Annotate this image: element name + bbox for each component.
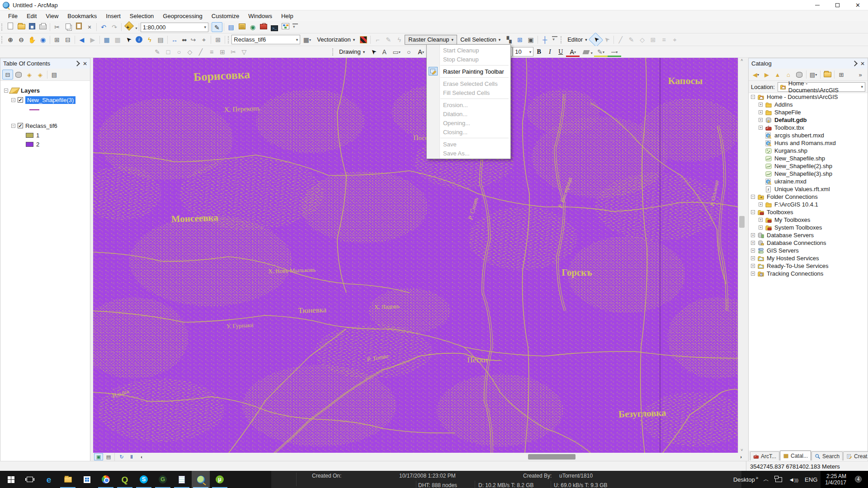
map-vertical-scrollbar[interactable]: ˄ ˅ [738, 58, 745, 453]
collapse-icon[interactable]: − [11, 124, 15, 128]
tree-view-icon[interactable]: ⊞ [836, 70, 847, 80]
layout-view-button[interactable]: ▤ [104, 453, 113, 460]
html-popup-icon[interactable]: ▤ [155, 35, 166, 45]
measure-icon[interactable]: ↔ [169, 35, 180, 45]
close-panel-icon[interactable]: ✕ [860, 61, 865, 67]
toc-layers-row[interactable]: − Layers [4, 86, 40, 94]
line-tool-gray-icon[interactable]: ╱ [195, 47, 206, 57]
bold-button[interactable]: B [533, 47, 544, 57]
show-hidden-icons-icon[interactable]: ︿ [763, 475, 769, 483]
refresh-view-icon[interactable]: ↻ [117, 453, 126, 460]
catalog-item-toolboxes[interactable]: −Toolboxes [749, 208, 868, 216]
data-view-button[interactable]: ▣ [94, 453, 103, 460]
collapse-icon[interactable]: − [4, 89, 8, 93]
midpoint-tool-icon[interactable]: ◇ [184, 47, 195, 57]
circle-shape-icon[interactable]: ○ [403, 47, 414, 57]
raster-snapping-icon[interactable]: ▦▾ [300, 35, 314, 45]
forward-extent-icon[interactable]: ▶ [87, 35, 98, 45]
menu-customize[interactable]: Customize [207, 11, 244, 21]
catalog-item-kurgans-shp[interactable]: Kurgans.shp [749, 147, 868, 155]
expand-icon[interactable]: + [759, 103, 763, 107]
menu-item-raster-painting-toolbar[interactable]: Raster Painting Toolbar [427, 67, 510, 76]
toolbar-overflow-icon[interactable]: » [855, 70, 866, 80]
hyperlink-icon[interactable]: ϟ [144, 35, 155, 45]
redo-icon[interactable]: ↷ [109, 22, 120, 32]
map-scale-combo[interactable]: 1:80,000▾ [141, 23, 208, 32]
vectorization-trace-icon[interactable]: ✎ [383, 35, 394, 45]
vectorization-menu-button[interactable]: Vectorization▾ [314, 35, 358, 45]
edit-vertices-tool-icon[interactable]: ✎ [152, 47, 163, 57]
cut-icon[interactable]: ✂ [52, 22, 62, 32]
chevron-down-icon[interactable]: ▾ [859, 84, 863, 89]
catalog-item-my-hosted-services[interactable]: +My Hosted Services [749, 254, 868, 262]
python-window-icon[interactable]: >_ [269, 22, 280, 32]
raster-layer-label[interactable]: Reclass_tif6 [25, 122, 57, 129]
map-horizontal-scrollbar[interactable] [146, 453, 736, 461]
collapse-icon[interactable]: − [11, 98, 15, 102]
scroll-right-icon[interactable]: › [736, 453, 745, 460]
file-explorer-icon[interactable] [59, 471, 77, 488]
erase-cells-icon[interactable]: ▣ [525, 35, 536, 45]
paste-icon[interactable] [73, 22, 84, 32]
catalog-item-home-documents-arcgis[interactable]: −Home - Documents\ArcGIS [749, 93, 868, 101]
toc-shapefile-row[interactable]: − ✓ New_Shapefile(3) [11, 96, 75, 104]
identify-icon[interactable]: i [136, 36, 142, 43]
generate-features-icon[interactable]: ⌐ [372, 35, 383, 45]
catalog-item-folder-connections[interactable]: −Folder Connections [749, 193, 868, 201]
up-one-level-icon[interactable]: ▲ [772, 70, 783, 80]
catalog-item-shapefile[interactable]: +ShapeFile [749, 108, 868, 116]
cell-selection-menu-button[interactable]: Cell Selection▾ [457, 35, 504, 45]
arctoolbox-icon[interactable] [258, 22, 269, 32]
edge-icon[interactable]: e [40, 471, 58, 488]
find-route-icon[interactable]: ↪ [188, 35, 198, 45]
catalog-item-default-gdb[interactable]: +Default.gdb [749, 116, 868, 124]
select-elements-icon[interactable]: ➤ [121, 32, 136, 47]
expand-icon[interactable]: + [751, 256, 755, 260]
vectorization-preview-icon[interactable] [360, 36, 367, 43]
toc-class1-row[interactable]: 1 [26, 131, 39, 139]
catalog-item-addins[interactable]: +AddIns [749, 101, 868, 108]
notepad-icon[interactable] [173, 471, 191, 488]
list-by-drawing-order-icon[interactable]: ⊟ [2, 70, 13, 80]
layer-visibility-checkbox[interactable]: ✓ [18, 123, 23, 128]
select-connected-cells-icon[interactable]: ▚ [504, 35, 514, 45]
snapping-icon[interactable]: ⌖ [670, 35, 680, 45]
highlight-color-button[interactable]: ✎▾ [594, 47, 608, 57]
catalog-item-ukraine-mxd[interactable]: ukraine.mxd [749, 178, 868, 185]
grid-tool-icon[interactable]: ⊞ [217, 47, 228, 57]
add-data-icon[interactable]: ▾ [123, 22, 137, 32]
layer-visibility-checkbox[interactable]: ✓ [18, 97, 23, 103]
open-icon[interactable] [16, 22, 27, 32]
collapse-icon[interactable]: − [751, 210, 755, 214]
undo-icon[interactable]: ↶ [98, 22, 109, 32]
reshape-tool-icon[interactable]: □ [163, 47, 174, 57]
catalog-item-new-shapefile-shp[interactable]: New_Shapefile.shp [749, 155, 868, 162]
catalog-item-tracking-connections[interactable]: +Tracking Connections [749, 270, 868, 277]
network-icon[interactable] [775, 477, 782, 482]
sketch-tool-icon[interactable]: ✎ [626, 35, 637, 45]
toc-options-icon[interactable]: ▤ [49, 70, 60, 80]
select-features-icon[interactable]: ▦ [101, 35, 112, 45]
skype-icon[interactable]: S [135, 471, 153, 488]
menu-insert[interactable]: Insert [101, 11, 125, 21]
drawing-menu-button[interactable]: Drawing▾ [336, 47, 368, 57]
pin-icon[interactable] [852, 61, 858, 66]
tab-search[interactable]: Search [811, 451, 843, 460]
copy-icon[interactable] [62, 22, 73, 32]
menu-help[interactable]: Help [277, 11, 298, 21]
print-icon[interactable] [38, 22, 48, 32]
create-features-icon[interactable]: ╱ [615, 35, 626, 45]
volume-icon[interactable]: ◄))) [788, 476, 798, 483]
toc-raster-row[interactable]: − ✓ Reclass_tif6 [11, 122, 57, 130]
utorrent-icon[interactable]: µ [211, 471, 229, 488]
attributes-icon[interactable]: ⊞ [648, 35, 659, 45]
shapefile-layer-label[interactable]: New_Shapefile(3) [25, 96, 75, 104]
minimize-button[interactable] [807, 0, 827, 10]
list-by-visibility-icon[interactable]: ◈ [24, 70, 35, 80]
editor-toolbar-icon[interactable]: ✎ [212, 22, 222, 32]
table-of-contents-icon[interactable]: ▤ [226, 22, 236, 32]
expand-icon[interactable]: + [751, 241, 755, 245]
new-document-icon[interactable] [5, 22, 16, 32]
go-to-xy-icon[interactable]: ⌖ [198, 35, 209, 45]
catalog-item-unique-values-rft-xml[interactable]: Unique Values.rft.xml [749, 185, 868, 193]
